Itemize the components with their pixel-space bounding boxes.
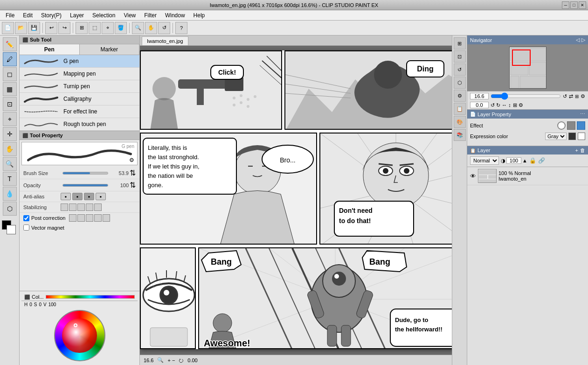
tab-marker[interactable]: Marker — [80, 44, 140, 55]
minimize-button[interactable]: ─ — [562, 1, 569, 9]
opacity-spinner[interactable]: ⇅ — [130, 181, 136, 190]
lp-extra-btn[interactable]: ⋯ — [580, 111, 585, 117]
color-gradient-bar[interactable] — [46, 295, 135, 299]
pc-btn-1[interactable] — [69, 214, 76, 222]
zoom-button[interactable]: 🔍 — [132, 22, 144, 34]
right-tool-5[interactable]: ⚙ — [454, 90, 466, 102]
layer-opacity-input[interactable] — [506, 157, 521, 164]
menu-file[interactable]: File — [2, 11, 18, 20]
fill-button[interactable]: 🪣 — [115, 22, 127, 34]
right-tool-6[interactable]: 📋 — [454, 103, 466, 115]
menu-view[interactable]: View — [120, 11, 139, 20]
layer-delete-btn[interactable]: 🗑 — [580, 147, 585, 153]
post-correction-checkbox[interactable] — [23, 215, 29, 221]
effect-btn-circle[interactable] — [557, 121, 566, 130]
transform-button[interactable]: ⊞ — [76, 22, 88, 34]
aa-btn-2[interactable]: ● — [72, 193, 83, 200]
tab-pen[interactable]: Pen — [20, 44, 80, 55]
expr-color-swatch-dark[interactable] — [568, 133, 576, 140]
brush-g-pen[interactable]: G pen — [20, 55, 139, 68]
save-button[interactable]: 💾 — [28, 22, 40, 34]
menu-edit[interactable]: Edit — [19, 11, 36, 20]
pc-btn-2[interactable] — [77, 214, 85, 222]
menu-selection[interactable]: Selection — [89, 11, 119, 20]
menu-window[interactable]: Window — [161, 11, 189, 20]
navigator-zoom-input[interactable] — [470, 93, 489, 99]
tool-text[interactable]: T — [3, 172, 17, 186]
menu-help[interactable]: Help — [190, 11, 209, 20]
effect-btn-color[interactable] — [577, 121, 585, 130]
brush-mapping-pen[interactable]: Mapping pen — [20, 68, 139, 80]
brush-size-spinner[interactable]: ⇅ — [130, 168, 136, 177]
opacity-spinner-up[interactable]: ▲ — [522, 158, 527, 163]
pc-btn-3[interactable] — [86, 214, 93, 222]
redo-button[interactable]: ↪ — [58, 22, 70, 34]
navigator-thumbnail[interactable] — [509, 47, 546, 89]
tool-3d[interactable]: ⬡ — [3, 202, 17, 216]
tool-select[interactable]: ⊡ — [3, 97, 17, 111]
maximize-button[interactable]: □ — [570, 1, 578, 9]
aa-btn-1[interactable]: ● — [61, 193, 71, 200]
right-tool-1[interactable]: ⊞ — [454, 37, 466, 49]
right-tool-7[interactable]: 🎨 — [454, 116, 466, 128]
menu-filter[interactable]: Filter — [140, 11, 160, 20]
rotate-button[interactable]: ↺ — [158, 22, 170, 34]
undo-button[interactable]: ↩ — [45, 22, 57, 34]
brush-size-slider[interactable] — [62, 172, 108, 175]
lasso-button[interactable]: ⌖ — [102, 22, 114, 34]
tool-hand[interactable]: ✋ — [3, 142, 17, 156]
new-button[interactable]: 📄 — [2, 22, 14, 34]
stab-btn-2[interactable] — [69, 204, 76, 211]
nav-zoom-fit[interactable]: ⊞ — [575, 94, 579, 99]
vector-magnet-checkbox[interactable] — [23, 225, 29, 231]
blend-mode-select[interactable]: Normal — [470, 156, 499, 165]
tool-eyedrop[interactable]: 💧 — [3, 187, 17, 201]
navigator-zoom-slider[interactable] — [491, 94, 561, 98]
menu-layer[interactable]: Layer — [66, 11, 88, 20]
stab-btn-3[interactable] — [77, 204, 85, 211]
layer-item-0[interactable]: 👁 100 % Normal — [467, 167, 588, 185]
tool-eraser[interactable]: ◻ — [3, 67, 17, 81]
navigator-rotation-input[interactable] — [470, 102, 489, 108]
nav-btn-1[interactable]: ◁ — [576, 37, 580, 43]
canvas-tab-main[interactable]: Iwamoto_en.jpg — [142, 36, 188, 45]
effect-btn-pattern[interactable] — [567, 121, 575, 130]
aa-btn-3[interactable]: ● — [84, 193, 94, 200]
background-color[interactable] — [7, 225, 16, 234]
right-tool-2[interactable]: ⊡ — [454, 50, 466, 63]
tool-lasso[interactable]: ⌖ — [3, 112, 17, 126]
brush-effect-line[interactable]: For effect line — [20, 105, 139, 118]
close-button[interactable]: ✕ — [579, 1, 586, 9]
aa-btn-4[interactable]: ● — [96, 193, 106, 200]
stab-btn-1[interactable] — [61, 204, 68, 211]
stab-btn-4[interactable] — [86, 204, 93, 211]
canvas-area[interactable]: Iwamoto_en.jpg — [140, 35, 452, 365]
menu-story[interactable]: Story(P) — [37, 11, 65, 20]
right-tool-3[interactable]: ↺ — [454, 63, 466, 76]
brush-turnip-pen[interactable]: Turnip pen — [20, 80, 139, 93]
nav-extra[interactable]: ⚙ — [581, 93, 585, 99]
brush-settings-icon[interactable]: ⚙ — [129, 157, 134, 163]
link-icon[interactable]: 🔗 — [538, 157, 545, 164]
brush-calligraphy[interactable]: Calligraphy — [20, 93, 139, 105]
tool-pen[interactable]: ✏️ — [3, 37, 17, 51]
tool-move[interactable]: ✛ — [3, 127, 17, 141]
brush-rough-touch[interactable]: Rough touch pen — [20, 118, 139, 131]
tool-zoom[interactable]: 🔍 — [3, 157, 17, 171]
hand-button[interactable]: ✋ — [145, 22, 157, 34]
tool-fill[interactable]: ▦ — [3, 82, 17, 96]
right-tool-8[interactable]: 📚 — [454, 129, 466, 141]
lock-icon[interactable]: 🔒 — [529, 157, 536, 164]
layer-add-btn[interactable]: + — [575, 147, 578, 153]
expr-color-swatch-light[interactable] — [578, 133, 585, 140]
pc-btn-5[interactable] — [103, 214, 110, 222]
pc-btn-4[interactable] — [94, 214, 102, 222]
stab-btn-5[interactable] — [94, 204, 102, 211]
help-button[interactable]: ? — [175, 22, 187, 34]
nav-rotate-icon[interactable]: ↺ — [563, 93, 567, 99]
nav-btn-2[interactable]: ▷ — [581, 37, 585, 43]
open-button[interactable]: 📂 — [15, 22, 27, 34]
tool-brush[interactable]: 🖊 — [3, 52, 17, 66]
expression-color-select[interactable]: Gray — [545, 133, 567, 140]
opacity-slider[interactable] — [62, 184, 108, 187]
